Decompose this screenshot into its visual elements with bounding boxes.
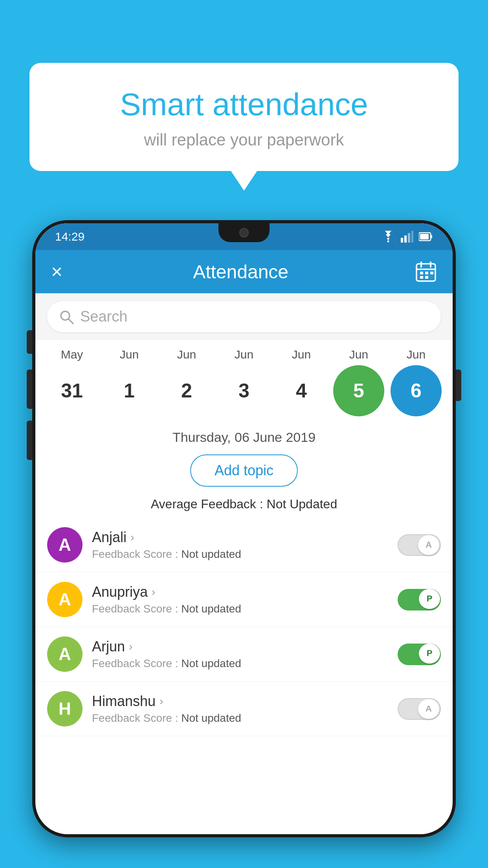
student-name-himanshu: Himanshu ›: [92, 693, 388, 710]
search-bar-container: Search: [35, 293, 453, 340]
calendar-day-6[interactable]: 6: [391, 365, 442, 416]
speech-bubble-title: Smart attendance: [61, 86, 427, 123]
svg-rect-7: [420, 234, 429, 239]
student-feedback-arjun: Feedback Score : Not updated: [92, 657, 388, 670]
student-list: A Anjali › Feedback Score : Not updated …: [35, 518, 453, 736]
calendar-day-5[interactable]: 5: [333, 365, 384, 416]
app-bar: × Attendance: [35, 250, 453, 293]
student-chevron-anupriya: ›: [152, 586, 155, 598]
student-name-anupriya: Anupriya ›: [92, 584, 388, 600]
selected-date: Thursday, 06 June 2019: [35, 420, 453, 451]
calendar-months: May Jun Jun Jun Jun Jun Jun: [43, 348, 445, 361]
calendar-day-2[interactable]: 2: [161, 365, 212, 416]
phone-screen: 14:29: [35, 223, 453, 834]
student-info-arjun: Arjun › Feedback Score : Not updated: [92, 638, 388, 670]
status-time: 14:29: [55, 230, 84, 243]
add-topic-container: Add topic: [35, 451, 453, 491]
calendar-day-31[interactable]: 31: [46, 365, 97, 416]
student-avatar-himanshu: H: [47, 691, 83, 726]
student-info-anjali: Anjali › Feedback Score : Not updated: [92, 529, 388, 561]
volume-button-right: [456, 370, 461, 401]
month-2: Jun: [161, 348, 212, 361]
student-chevron-himanshu: ›: [160, 695, 163, 708]
attendance-toggle-anupriya[interactable]: P: [398, 589, 441, 611]
student-name-arjun: Arjun ›: [92, 638, 388, 655]
close-button[interactable]: ×: [51, 262, 62, 281]
average-feedback-label: Average Feedback :: [151, 497, 267, 511]
attendance-toggle-arjun[interactable]: P: [398, 644, 441, 665]
student-name-anjali: Anjali ›: [92, 529, 388, 546]
toggle-knob-anjali: A: [418, 535, 439, 555]
svg-rect-13: [425, 272, 428, 274]
svg-line-18: [68, 319, 73, 324]
phone-container: 14:29: [32, 220, 456, 868]
student-feedback-anupriya: Feedback Score : Not updated: [92, 603, 388, 615]
calendar-days: 31 1 2 3 4 5 6: [43, 365, 445, 416]
toggle-knob-arjun: P: [419, 644, 440, 664]
volume-up-button: [27, 370, 32, 409]
calendar-day-1[interactable]: 1: [104, 365, 155, 416]
search-icon: [59, 309, 74, 324]
search-placeholder: Search: [80, 308, 127, 325]
signal-icon: [401, 231, 413, 243]
toggle-knob-anupriya: P: [419, 589, 440, 609]
svg-rect-2: [404, 235, 407, 243]
status-icons: [381, 231, 433, 243]
student-avatar-arjun: A: [47, 636, 83, 672]
attendance-toggle-himanshu[interactable]: A: [398, 698, 441, 720]
month-5: Jun: [333, 348, 384, 361]
student-chevron-arjun: ›: [129, 640, 132, 653]
month-4: Jun: [276, 348, 327, 361]
student-info-anupriya: Anupriya › Feedback Score : Not updated: [92, 584, 388, 615]
student-item-himanshu[interactable]: H Himanshu › Feedback Score : Not update…: [35, 682, 453, 736]
calendar-day-4[interactable]: 4: [276, 365, 327, 416]
student-item-anupriya[interactable]: A Anupriya › Feedback Score : Not update…: [35, 572, 453, 627]
speech-bubble-subtitle: will replace your paperwork: [61, 131, 427, 149]
phone-frame: 14:29: [32, 220, 456, 837]
svg-point-0: [387, 241, 389, 243]
student-item-anjali[interactable]: A Anjali › Feedback Score : Not updated …: [35, 518, 453, 572]
app-bar-title: Attendance: [66, 261, 415, 283]
student-avatar-anjali: A: [47, 527, 83, 563]
student-info-himanshu: Himanshu › Feedback Score : Not updated: [92, 693, 388, 725]
toggle-knob-himanshu: A: [418, 699, 439, 719]
svg-rect-14: [430, 272, 433, 274]
calendar-icon[interactable]: [415, 261, 437, 283]
svg-rect-4: [411, 231, 413, 243]
student-item-arjun[interactable]: A Arjun › Feedback Score : Not updated P: [35, 627, 453, 682]
student-chevron-anjali: ›: [130, 531, 134, 544]
month-1: Jun: [104, 348, 155, 361]
calendar-day-3[interactable]: 3: [218, 365, 270, 416]
calendar-strip: May Jun Jun Jun Jun Jun Jun 31 1 2 3 4 5…: [35, 340, 453, 420]
student-feedback-himanshu: Feedback Score : Not updated: [92, 712, 388, 725]
front-camera: [239, 228, 249, 237]
wifi-icon: [381, 231, 395, 243]
svg-rect-3: [408, 233, 410, 243]
svg-rect-6: [431, 235, 432, 238]
add-topic-button[interactable]: Add topic: [190, 454, 298, 487]
svg-rect-15: [420, 276, 423, 279]
power-button: [27, 330, 32, 354]
svg-rect-16: [425, 276, 428, 279]
student-feedback-anjali: Feedback Score : Not updated: [92, 548, 388, 561]
volume-down-button: [27, 421, 32, 460]
average-feedback: Average Feedback : Not Updated: [35, 491, 453, 518]
month-3: Jun: [218, 348, 270, 361]
phone-notch: [218, 223, 270, 242]
average-feedback-value: Not Updated: [267, 497, 338, 511]
month-6: Jun: [391, 348, 442, 361]
speech-bubble: Smart attendance will replace your paper…: [29, 63, 459, 171]
attendance-toggle-anjali[interactable]: A: [398, 534, 441, 556]
student-avatar-anupriya: A: [47, 582, 83, 617]
svg-rect-1: [401, 238, 403, 243]
search-bar[interactable]: Search: [47, 301, 441, 332]
month-0: May: [46, 348, 97, 361]
battery-icon: [419, 232, 433, 242]
svg-rect-12: [420, 272, 423, 274]
